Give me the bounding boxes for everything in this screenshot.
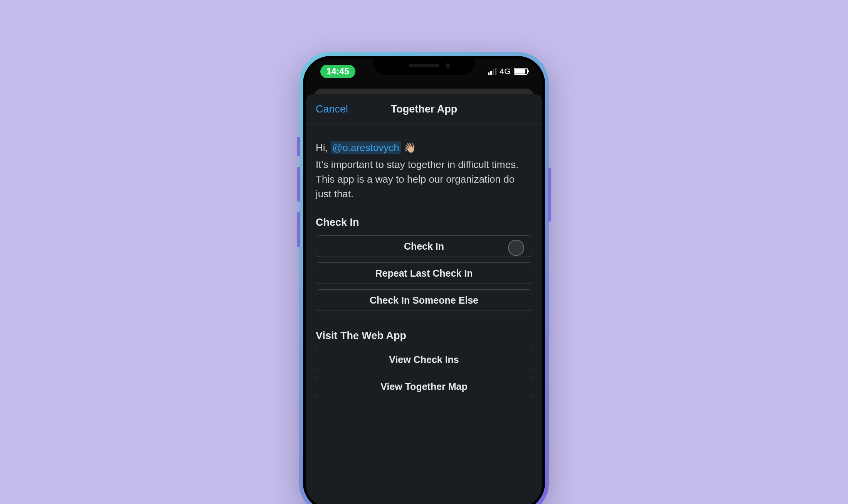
status-right-cluster: 4G	[488, 67, 528, 76]
modal-sheet: Cancel Together App Hi, @o.arestovych 👋🏼…	[306, 94, 542, 504]
power-button	[548, 168, 551, 222]
volume-down-button	[297, 212, 300, 247]
section-divider	[316, 319, 532, 319]
network-label: 4G	[500, 67, 511, 76]
greeting-text: Hi, @o.arestovych 👋🏼	[316, 141, 532, 155]
view-together-map-button[interactable]: View Together Map	[316, 376, 532, 397]
check-in-section: Check In Check In Repeat Last Check In C…	[316, 217, 532, 311]
modal-nav-bar: Cancel Together App	[306, 94, 542, 124]
modal-content: Hi, @o.arestovych 👋🏼 It's important to s…	[306, 124, 542, 397]
battery-icon	[514, 68, 528, 75]
wave-icon: 👋🏼	[404, 142, 416, 153]
cancel-button[interactable]: Cancel	[316, 103, 348, 115]
greeting-prefix: Hi,	[316, 142, 331, 153]
web-app-section-title: Visit The Web App	[316, 330, 532, 342]
status-time-pill[interactable]: 14:45	[320, 65, 355, 78]
volume-up-button	[297, 167, 300, 202]
view-check-ins-button[interactable]: View Check Ins	[316, 349, 532, 370]
signal-icon	[488, 68, 496, 75]
phone-screen: 14:45 4G Cancel	[306, 59, 542, 504]
check-in-someone-else-button[interactable]: Check In Someone Else	[316, 289, 532, 311]
touch-indicator-icon	[508, 240, 524, 256]
check-in-someone-else-label: Check In Someone Else	[370, 295, 478, 306]
phone-notch	[374, 59, 474, 75]
view-together-map-label: View Together Map	[380, 381, 468, 392]
repeat-check-in-button[interactable]: Repeat Last Check In	[316, 262, 532, 284]
repeat-check-in-label: Repeat Last Check In	[375, 268, 473, 279]
view-check-ins-label: View Check Ins	[389, 354, 459, 365]
web-app-section: Visit The Web App View Check Ins View To…	[316, 330, 532, 397]
user-mention[interactable]: @o.arestovych	[331, 141, 401, 154]
description-text: It's important to stay together in diffi…	[316, 158, 532, 201]
check-in-button[interactable]: Check In	[316, 235, 532, 257]
phone-side-buttons-left	[297, 137, 300, 258]
phone-frame: 14:45 4G Cancel	[299, 52, 549, 504]
phone-bezel: 14:45 4G Cancel	[303, 56, 545, 504]
mute-switch	[297, 137, 300, 156]
check-in-section-title: Check In	[316, 217, 532, 228]
check-in-button-label: Check In	[404, 241, 444, 252]
